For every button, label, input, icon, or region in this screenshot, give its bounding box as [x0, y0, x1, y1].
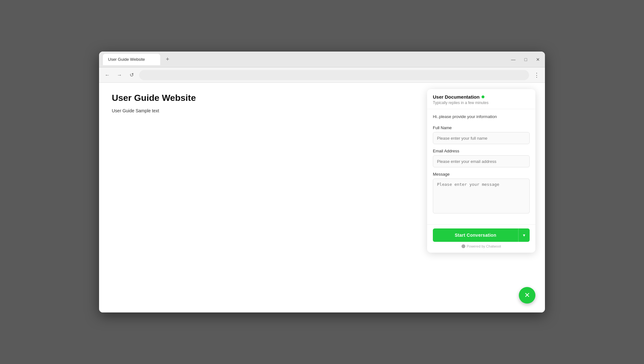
close-button[interactable]: ✕	[535, 56, 541, 63]
email-group: Email Address	[433, 149, 530, 167]
chat-body: Hi..please provide your information Full…	[427, 109, 535, 224]
chat-header: User Documentation Typically replies in …	[427, 89, 535, 109]
browser-menu-button[interactable]: ⋮	[532, 71, 541, 80]
chat-footer: Start Conversation ▾ Powered by Chatwoot	[427, 224, 535, 253]
agent-name-text: User Documentation	[433, 94, 480, 100]
add-tab-button[interactable]: +	[163, 55, 172, 64]
address-bar[interactable]	[139, 70, 529, 80]
agent-status-text: Typically replies in a few minutes	[433, 101, 530, 105]
minimize-button[interactable]: —	[510, 56, 517, 63]
message-input[interactable]	[433, 178, 530, 214]
chat-widget: User Documentation Typically replies in …	[427, 89, 535, 253]
chatwoot-logo	[462, 244, 465, 248]
nav-bar: ← → ↺ ⋮	[99, 67, 545, 83]
start-conversation-dropdown[interactable]: ▾	[518, 228, 530, 242]
tab-label: User Guide Website	[108, 57, 145, 62]
full-name-group: Full Name	[433, 125, 530, 144]
email-label: Email Address	[433, 149, 530, 153]
chat-fab-icon: ✕	[524, 291, 530, 299]
browser-window: User Guide Website + — □ ✕ ← → ↺ ⋮ User …	[99, 52, 545, 312]
forward-button[interactable]: →	[115, 71, 124, 80]
chat-greeting: Hi..please provide your information	[433, 114, 530, 119]
agent-name: User Documentation	[433, 94, 530, 100]
full-name-input[interactable]	[433, 132, 530, 144]
window-controls: — □ ✕	[510, 56, 541, 63]
title-bar: User Guide Website + — □ ✕	[99, 52, 545, 67]
email-input[interactable]	[433, 155, 530, 167]
browser-tab[interactable]: User Guide Website	[103, 54, 160, 65]
start-conversation-button[interactable]: Start Conversation	[433, 228, 518, 242]
message-group: Message	[433, 172, 530, 215]
powered-by: Powered by Chatwoot	[433, 244, 530, 248]
dropdown-arrow-icon: ▾	[523, 233, 525, 238]
full-name-label: Full Name	[433, 125, 530, 130]
online-status-dot	[482, 95, 484, 98]
start-btn-wrapper: Start Conversation ▾	[433, 228, 530, 242]
powered-by-text: Powered by Chatwoot	[467, 244, 501, 248]
message-label: Message	[433, 172, 530, 177]
back-button[interactable]: ←	[103, 71, 112, 80]
reload-button[interactable]: ↺	[127, 71, 136, 80]
page-content: User Guide Website User Guide Sample tex…	[99, 83, 545, 312]
maximize-button[interactable]: □	[523, 56, 528, 63]
chat-fab-button[interactable]: ✕	[519, 287, 535, 304]
